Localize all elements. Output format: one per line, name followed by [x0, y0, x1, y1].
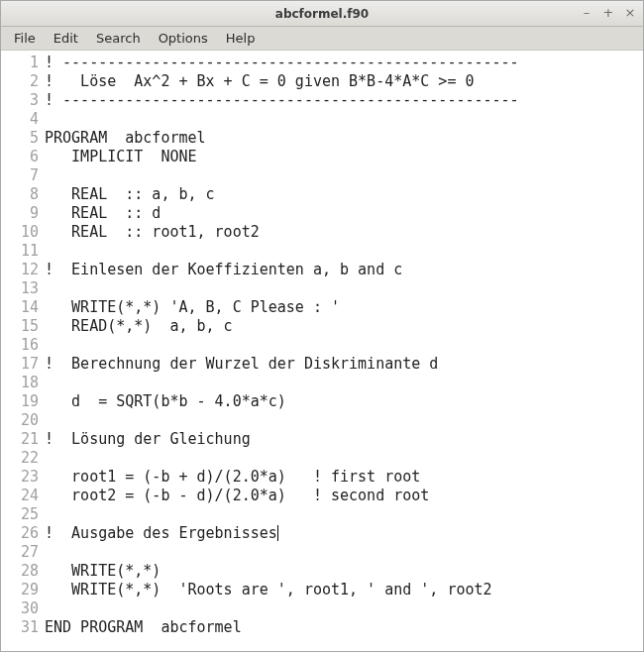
- code-line[interactable]: WRITE(*,*) 'Roots are ', root1, ' and ',…: [45, 581, 519, 599]
- line-number: 28: [1, 562, 39, 581]
- code-line[interactable]: [45, 336, 519, 355]
- line-number: 27: [1, 543, 39, 562]
- line-number: 14: [1, 298, 39, 317]
- code-line[interactable]: ! Berechnung der Wurzel der Diskriminant…: [45, 355, 519, 374]
- line-number-gutter: 1234567891011121314151617181920212223242…: [1, 54, 43, 651]
- window-title: abcformel.f90: [275, 7, 369, 21]
- menu-search[interactable]: Search: [87, 28, 150, 49]
- line-number: 16: [1, 336, 39, 355]
- line-number: 25: [1, 505, 39, 524]
- code-line[interactable]: IMPLICIT NONE: [45, 148, 519, 166]
- line-number: 5: [1, 129, 39, 148]
- code-line[interactable]: ! Löse Ax^2 + Bx + C = 0 given B*B-4*A*C…: [45, 72, 519, 91]
- maximize-icon[interactable]: +: [601, 5, 615, 19]
- code-line[interactable]: WRITE(*,*): [45, 562, 519, 581]
- line-number: 29: [1, 581, 39, 599]
- line-number: 22: [1, 449, 39, 468]
- editor[interactable]: 1234567891011121314151617181920212223242…: [1, 52, 519, 651]
- code-line[interactable]: PROGRAM abcformel: [45, 129, 519, 148]
- line-number: 30: [1, 599, 39, 618]
- line-number: 21: [1, 430, 39, 449]
- code-line[interactable]: ! --------------------------------------…: [45, 91, 519, 110]
- editor-scroll[interactable]: 1234567891011121314151617181920212223242…: [1, 51, 643, 651]
- line-number: 15: [1, 317, 39, 336]
- code-line[interactable]: [45, 543, 519, 562]
- menubar: File Edit Search Options Help: [1, 27, 643, 51]
- menu-help[interactable]: Help: [217, 28, 265, 49]
- line-number: 11: [1, 242, 39, 261]
- code-line[interactable]: READ(*,*) a, b, c: [45, 317, 519, 336]
- code-line[interactable]: [45, 411, 519, 430]
- window-controls: – + ×: [580, 5, 637, 19]
- line-number: 18: [1, 374, 39, 392]
- line-number: 3: [1, 91, 39, 110]
- code-line[interactable]: ! Lösung der Gleichung: [45, 430, 519, 449]
- code-line[interactable]: ! Ausgabe des Ergebnisses: [45, 524, 519, 543]
- titlebar[interactable]: abcformel.f90 – + ×: [1, 1, 643, 27]
- code-line[interactable]: [45, 242, 519, 261]
- line-number: 1: [1, 54, 39, 72]
- minimize-icon[interactable]: –: [580, 5, 593, 19]
- line-number: 17: [1, 355, 39, 374]
- app-window: abcformel.f90 – + × File Edit Search Opt…: [0, 0, 644, 652]
- code-line[interactable]: [45, 599, 519, 618]
- code-line[interactable]: REAL :: root1, root2: [45, 223, 519, 242]
- code-line[interactable]: ! Einlesen der Koeffizienten a, b and c: [45, 261, 519, 279]
- code-line[interactable]: root2 = (-b - d)/(2.0*a) ! second root: [45, 487, 519, 505]
- code-line[interactable]: END PROGRAM abcformel: [45, 618, 519, 637]
- line-number: 9: [1, 204, 39, 223]
- code-line[interactable]: ! --------------------------------------…: [45, 54, 519, 72]
- code-area[interactable]: ! --------------------------------------…: [43, 54, 519, 651]
- line-number: 12: [1, 261, 39, 279]
- line-number: 2: [1, 72, 39, 91]
- code-line[interactable]: [45, 374, 519, 392]
- line-number: 19: [1, 392, 39, 411]
- code-line[interactable]: root1 = (-b + d)/(2.0*a) ! first root: [45, 468, 519, 487]
- code-line[interactable]: WRITE(*,*) 'A, B, C Please : ': [45, 298, 519, 317]
- code-line[interactable]: [45, 505, 519, 524]
- line-number: 24: [1, 487, 39, 505]
- text-cursor: [277, 525, 278, 541]
- code-line[interactable]: d = SQRT(b*b - 4.0*a*c): [45, 392, 519, 411]
- code-line[interactable]: [45, 166, 519, 185]
- line-number: 13: [1, 279, 39, 298]
- line-number: 10: [1, 223, 39, 242]
- code-line[interactable]: [45, 279, 519, 298]
- code-line[interactable]: [45, 449, 519, 468]
- code-line[interactable]: REAL :: a, b, c: [45, 185, 519, 204]
- line-number: 23: [1, 468, 39, 487]
- line-number: 7: [1, 166, 39, 185]
- line-number: 6: [1, 148, 39, 166]
- code-line[interactable]: [45, 110, 519, 129]
- line-number: 31: [1, 618, 39, 637]
- menu-file[interactable]: File: [5, 28, 45, 49]
- close-icon[interactable]: ×: [623, 5, 637, 19]
- menu-edit[interactable]: Edit: [45, 28, 87, 49]
- line-number: 4: [1, 110, 39, 129]
- code-line[interactable]: REAL :: d: [45, 204, 519, 223]
- menu-options[interactable]: Options: [150, 28, 217, 49]
- line-number: 20: [1, 411, 39, 430]
- line-number: 8: [1, 185, 39, 204]
- line-number: 26: [1, 524, 39, 543]
